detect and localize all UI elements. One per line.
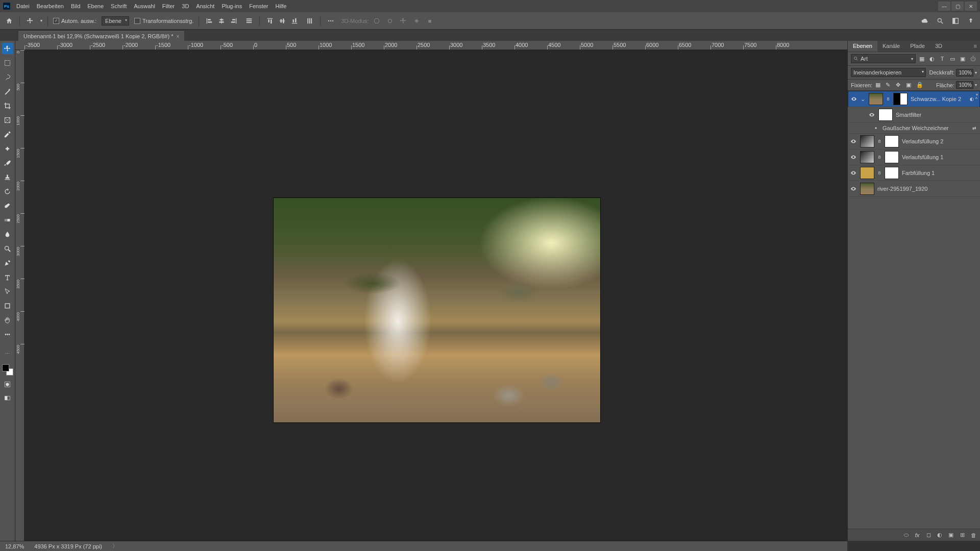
layer-mask-thumbnail[interactable] <box>893 93 908 105</box>
layer-thumbnail[interactable] <box>869 93 883 105</box>
visibility-icon[interactable] <box>872 124 879 132</box>
screenmode-icon[interactable] <box>2 393 13 404</box>
layer-name[interactable]: river-2951997_1920 <box>877 186 978 192</box>
layer-mask-thumbnail[interactable] <box>885 151 899 163</box>
layer-thumbnail[interactable] <box>860 151 874 163</box>
edit-toolbar-icon[interactable]: ⋯ <box>2 348 13 359</box>
layer-row[interactable]: 8Farbfüllung 1 <box>848 165 980 181</box>
link-layers-icon[interactable]: ⬭ <box>902 532 910 539</box>
menu-fenster[interactable]: Fenster <box>249 3 268 9</box>
lock-position-icon[interactable]: ✥ <box>896 82 903 89</box>
align-bottom-icon[interactable] <box>289 16 300 26</box>
lock-pixels-icon[interactable]: ✎ <box>886 82 893 89</box>
canvas[interactable] <box>24 50 847 541</box>
search-icon[interactable] <box>935 16 945 26</box>
distribute-v-icon[interactable] <box>305 16 315 26</box>
filter-toggle-icon[interactable]: ⏻ <box>969 55 977 63</box>
auto-select-target-select[interactable]: Ebene <box>102 16 129 26</box>
tab-kanaele[interactable]: Kanäle <box>877 41 905 52</box>
expand-chevron-icon[interactable]: ⌄ <box>861 96 866 103</box>
layer-thumbnail[interactable] <box>860 135 874 147</box>
layer-row[interactable]: 8Verlaufsfüllung 2 <box>848 134 980 149</box>
share-icon[interactable] <box>966 16 976 26</box>
chevron-down-icon[interactable]: ▾ <box>975 70 977 75</box>
layer-mask-thumbnail[interactable] <box>885 135 899 147</box>
wand-tool[interactable] <box>2 86 13 97</box>
visibility-icon[interactable] <box>850 169 857 177</box>
lock-artboard-icon[interactable]: ▣ <box>906 82 913 89</box>
hand-tool[interactable] <box>2 314 13 325</box>
transform-controls-checkbox[interactable]: Transformationsstrg. <box>134 18 193 24</box>
visibility-icon[interactable] <box>850 185 857 192</box>
zoom-level[interactable]: 12,87% <box>5 543 24 549</box>
layer-mask-icon[interactable]: ◻ <box>925 532 932 539</box>
menu-hilfe[interactable]: Hilfe <box>275 3 286 9</box>
menu-bild[interactable]: Bild <box>71 3 80 9</box>
layer-group-icon[interactable]: ▣ <box>947 532 954 539</box>
document-tab[interactable]: Unbenannt-1 bei 12,9% (Schwarzweiß 1 Kop… <box>18 31 184 41</box>
eraser-tool[interactable] <box>2 200 13 211</box>
fill-input[interactable] <box>956 81 973 89</box>
menu-filter[interactable]: Filter <box>162 3 175 9</box>
menu-schrift[interactable]: Schrift <box>111 3 127 9</box>
align-hcenter-icon[interactable] <box>216 16 227 26</box>
tab-ebenen[interactable]: Ebenen <box>848 41 877 52</box>
visibility-icon[interactable] <box>850 138 857 145</box>
maximize-button[interactable]: ▢ <box>951 2 964 11</box>
menu-ansicht[interactable]: Ansicht <box>196 3 214 9</box>
pen-tool[interactable] <box>2 257 13 268</box>
foreground-color[interactable] <box>2 364 9 371</box>
frame-tool[interactable] <box>2 114 13 126</box>
menu-ebene[interactable]: Ebene <box>87 3 104 9</box>
healing-tool[interactable] <box>2 143 13 154</box>
visibility-icon[interactable] <box>850 95 857 103</box>
layer-name[interactable]: Verlaufsfüllung 1 <box>902 154 978 160</box>
close-button[interactable]: ✕ <box>965 2 977 11</box>
chevron-down-icon[interactable]: ▾ <box>975 83 977 87</box>
blend-mode-select[interactable]: Ineinanderkopieren <box>851 68 926 77</box>
align-left-icon[interactable] <box>204 16 214 26</box>
layer-thumbnail[interactable] <box>860 183 874 195</box>
tab-pfade[interactable]: Pfade <box>905 41 930 52</box>
adjustment-layer-icon[interactable]: ◐ <box>936 532 943 539</box>
filter-adjust-icon[interactable]: ◐ <box>928 55 936 63</box>
menu-auswahl[interactable]: Auswahl <box>134 3 155 9</box>
document-image[interactable] <box>274 198 600 422</box>
filter-smart-icon[interactable]: ▣ <box>959 55 967 63</box>
dodge-tool[interactable] <box>2 243 13 254</box>
vertical-ruler[interactable]: 050010001500200025003000350040004500 <box>15 50 24 541</box>
crop-tool[interactable] <box>2 100 13 111</box>
filter-shape-icon[interactable]: ▭ <box>948 55 957 63</box>
tab-3d[interactable]: 3D <box>930 41 947 52</box>
layer-thumbnail[interactable] <box>860 167 874 179</box>
color-swatches[interactable] <box>2 364 13 375</box>
tool-preset-chevron-icon[interactable]: ▾ <box>40 18 42 23</box>
layer-name[interactable]: Schwarzw... Kopie 2 <box>911 96 967 102</box>
layer-mask-thumbnail[interactable] <box>885 167 899 179</box>
align-right-icon[interactable] <box>229 16 239 26</box>
blur-tool[interactable] <box>2 229 13 240</box>
gradient-tool[interactable] <box>2 214 13 226</box>
history-brush-tool[interactable] <box>2 186 13 197</box>
minimize-button[interactable]: — <box>938 2 950 11</box>
path-select-tool[interactable] <box>2 286 13 297</box>
filter-type-icon[interactable]: T <box>938 55 946 63</box>
distribute-icon[interactable] <box>244 16 254 26</box>
shape-tool[interactable] <box>2 300 13 311</box>
document-info[interactable]: 4936 Px x 3319 Px (72 ppi) <box>34 543 102 549</box>
visibility-icon[interactable] <box>850 154 857 161</box>
menu-datei[interactable]: Datei <box>16 3 30 9</box>
type-tool[interactable] <box>2 271 13 283</box>
cloud-icon[interactable] <box>920 16 930 26</box>
more-tools-icon[interactable]: ••• <box>2 329 13 340</box>
close-tab-icon[interactable]: × <box>177 34 180 39</box>
filter-settings-icon[interactable]: ⇄ <box>971 126 978 131</box>
workspace-icon[interactable] <box>950 16 961 26</box>
auto-select-checkbox[interactable]: ✓Autom. ausw.: <box>53 18 96 24</box>
lock-transparency-icon[interactable]: ▦ <box>875 82 883 89</box>
quickmask-icon[interactable] <box>2 379 13 390</box>
delete-layer-icon[interactable]: 🗑 <box>970 532 977 539</box>
layer-name[interactable]: Verlaufsfüllung 2 <box>902 138 978 144</box>
layer-row[interactable]: ⌄8Schwarzw... Kopie 2◐ ^ <box>848 91 980 107</box>
layer-row[interactable]: 8Verlaufsfüllung 1 <box>848 149 980 165</box>
